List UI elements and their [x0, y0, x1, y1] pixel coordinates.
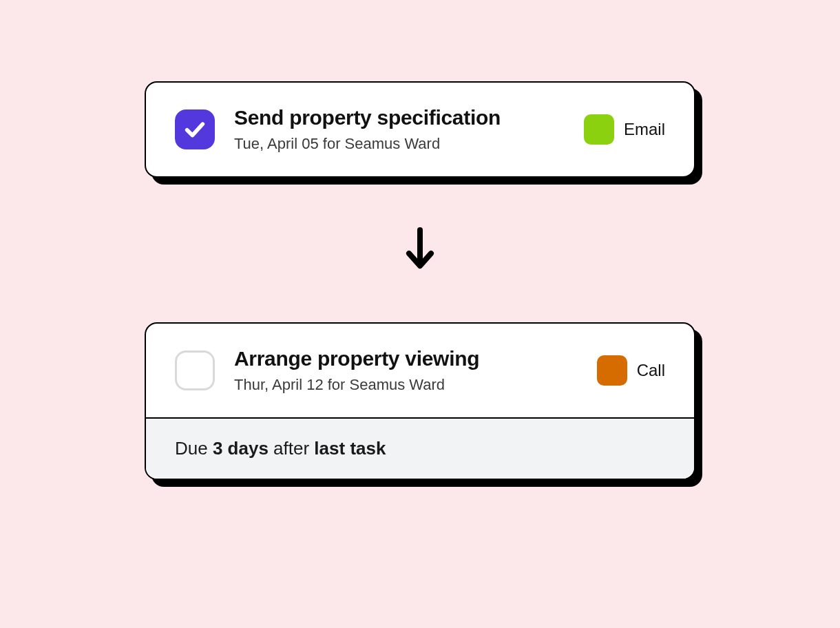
- tag-swatch: [597, 355, 627, 386]
- task-card: Send property specification Tue, April 0…: [145, 81, 695, 178]
- check-icon: [183, 118, 207, 141]
- schedule-rule: Due 3 days after last task: [146, 417, 694, 479]
- task-text: Send property specification Tue, April 0…: [234, 106, 570, 153]
- task-card-body: Send property specification Tue, April 0…: [146, 83, 694, 176]
- tag-label: Email: [624, 120, 665, 139]
- rule-mid: after: [269, 438, 314, 459]
- tag-label: Call: [637, 361, 665, 380]
- task-text: Arrange property viewing Thur, April 12 …: [234, 347, 583, 394]
- task-tag: Email: [584, 114, 665, 145]
- task-title: Send property specification: [234, 106, 570, 129]
- rule-duration: 3 days: [213, 438, 269, 459]
- task-checkbox-unchecked[interactable]: [175, 350, 215, 390]
- rule-prefix: Due: [175, 438, 213, 459]
- task-subtitle: Tue, April 05 for Seamus Ward: [234, 135, 570, 153]
- task-card-body: Arrange property viewing Thur, April 12 …: [146, 324, 694, 417]
- task-checkbox-checked[interactable]: [175, 109, 215, 149]
- task-card: Arrange property viewing Thur, April 12 …: [145, 322, 695, 480]
- tag-swatch: [584, 114, 614, 145]
- rule-target: last task: [314, 438, 386, 459]
- arrow-down-icon: [403, 227, 437, 273]
- task-title: Arrange property viewing: [234, 347, 583, 370]
- task-tag: Call: [597, 355, 665, 386]
- task-subtitle: Thur, April 12 for Seamus Ward: [234, 376, 583, 394]
